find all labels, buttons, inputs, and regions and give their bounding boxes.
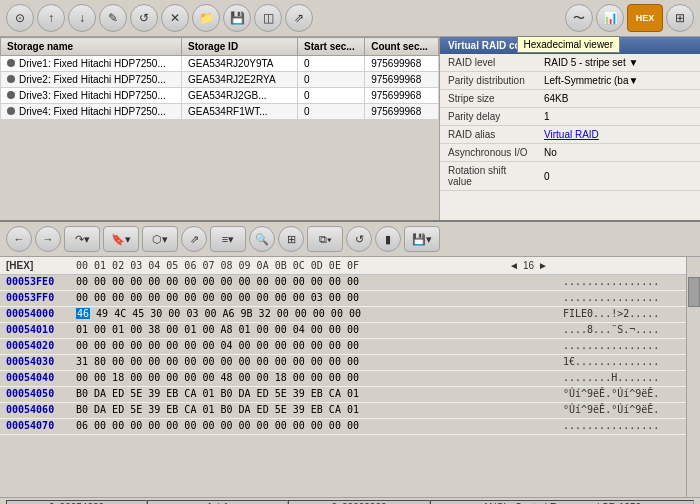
- raid-config-value[interactable]: No: [540, 144, 700, 161]
- drive-id-cell: GEA534RF1WT...: [182, 104, 298, 120]
- hex-scrollbar[interactable]: [686, 257, 700, 497]
- goto-btn[interactable]: ⇗: [181, 226, 207, 252]
- signal-toolbar-btn[interactable]: 〜: [565, 4, 593, 32]
- raid-config-row: Rotation shift value 0: [440, 162, 700, 191]
- hex-toolbar-btn[interactable]: HEX: [627, 4, 663, 32]
- export-toolbar-btn[interactable]: ⇗: [285, 4, 313, 32]
- search-btn[interactable]: 🔍: [249, 226, 275, 252]
- storage-row[interactable]: Drive3: Fixed Hitachi HDP7250... GEA534R…: [1, 88, 439, 104]
- raid-value: 0: [544, 171, 550, 182]
- drive-count-cell: 975699968: [365, 72, 439, 88]
- status-offset: 0x00054000: [6, 500, 147, 504]
- raid-config-label: Asynchronous I/O: [440, 144, 540, 161]
- storage-row[interactable]: Drive4: Fixed Hitachi HDP7250... GEA534R…: [1, 104, 439, 120]
- hex-row-data[interactable]: 00 00 00 00 00 00 00 00 04 00 00 00 00 0…: [72, 339, 556, 354]
- hex-row-addr: 00054000: [0, 307, 72, 322]
- hex-page-nav[interactable]: ◄ 16 ►: [501, 259, 556, 272]
- bookmark-btn[interactable]: 🔖▾: [103, 226, 139, 252]
- refresh-btn[interactable]: ↺: [346, 226, 372, 252]
- hex-data-row[interactable]: 00054070 06 00 00 00 00 00 00 00 00 00 0…: [0, 419, 686, 435]
- col-storage-name[interactable]: Storage name: [1, 38, 182, 56]
- scroll-thumb[interactable]: [688, 277, 700, 307]
- hex-row-addr: 00054010: [0, 323, 72, 338]
- raid-config-value[interactable]: Virtual RAID: [540, 126, 700, 143]
- hex-row-data[interactable]: B0 DA ED 5E 39 EB CA 01 B0 DA ED 5E 39 E…: [72, 403, 556, 418]
- save-toolbar-btn[interactable]: 💾: [223, 4, 251, 32]
- toggle-btn[interactable]: ▮: [375, 226, 401, 252]
- main-toolbar: ⊙ ↑ ↓ ✎ ↺ ✕ 📁 💾 ◫ ⇗ 〜 📊 HEX ⊞ Hexadecima…: [0, 0, 700, 37]
- hex-row-addr: 00054030: [0, 355, 72, 370]
- down-toolbar-btn[interactable]: ↓: [68, 4, 96, 32]
- drive-id-cell: GEA534RJ2E2RYA: [182, 72, 298, 88]
- drive-id-cell: GEA534RJ2GB...: [182, 88, 298, 104]
- hex-row-addr: 00054020: [0, 339, 72, 354]
- raid-config-label: Rotation shift value: [440, 162, 540, 190]
- hex-addr-header: [HEX]: [0, 259, 72, 272]
- hex-row-text: °Úí^9ëÊ.°Úí^9ëÊ.: [556, 403, 686, 418]
- raid-value: 64KB: [544, 93, 568, 104]
- open-toolbar-btn[interactable]: 📁: [192, 4, 220, 32]
- close-toolbar-btn[interactable]: ✕: [161, 4, 189, 32]
- hex-data-row[interactable]: 00054020 00 00 00 00 00 00 00 00 04 00 0…: [0, 339, 686, 355]
- hex-row-data[interactable]: 01 00 01 00 38 00 01 00 A8 01 00 00 04 0…: [72, 323, 556, 338]
- hex-data-row[interactable]: 00054030 31 80 00 00 00 00 00 00 00 00 0…: [0, 355, 686, 371]
- hex-data-row[interactable]: 00053FE0 00 00 00 00 00 00 00 00 00 00 0…: [0, 275, 686, 291]
- hex-data-row[interactable]: 00053FF0 00 00 00 00 00 00 00 00 00 00 0…: [0, 291, 686, 307]
- status-encoding: ANSI - Central European / CP-1250: [430, 500, 694, 504]
- select-btn[interactable]: ⬡▾: [142, 226, 178, 252]
- hex-row-data[interactable]: B0 DA ED 5E 39 EB CA 01 B0 DA ED 5E 39 E…: [72, 387, 556, 402]
- hex-tooltip: Hexadecimal viewer: [517, 36, 620, 53]
- layers-toolbar-btn[interactable]: ◫: [254, 4, 282, 32]
- undo-toolbar-btn[interactable]: ↺: [130, 4, 158, 32]
- up-toolbar-btn[interactable]: ↑: [37, 4, 65, 32]
- selected-byte[interactable]: 46: [76, 308, 90, 319]
- raid-value-link[interactable]: Virtual RAID: [544, 129, 599, 140]
- table-toolbar-btn[interactable]: ⊞: [666, 4, 694, 32]
- hex-row-data[interactable]: 00 00 00 00 00 00 00 00 00 00 00 00 00 0…: [72, 275, 556, 290]
- drive-name-cell: Drive2: Fixed Hitachi HDP7250...: [1, 72, 182, 88]
- hex-row-data[interactable]: 46 49 4C 45 30 00 03 00 A6 9B 32 00 00 0…: [72, 307, 556, 322]
- replay-btn[interactable]: ↷▾: [64, 226, 100, 252]
- drive-start-cell: 0: [298, 104, 365, 120]
- storage-row[interactable]: Drive1: Fixed Hitachi HDP7250... GEA534R…: [1, 56, 439, 72]
- hex-row-data[interactable]: 00 00 18 00 00 00 00 00 48 00 00 18 00 0…: [72, 371, 556, 386]
- hex-text-header: [556, 259, 686, 272]
- raid-value: Left-Symmetric (ba▼: [544, 75, 638, 86]
- hex-row-text: 1€..............: [556, 355, 686, 370]
- back-nav-btn[interactable]: ←: [6, 226, 32, 252]
- hex-row-data[interactable]: 06 00 00 00 00 00 00 00 00 00 00 00 00 0…: [72, 419, 556, 434]
- hex-header: [HEX] 00 01 02 03 04 05 06 07 08 09 0A 0…: [0, 257, 686, 275]
- col-start-sec[interactable]: Start sec...: [298, 38, 365, 56]
- fwd-nav-btn[interactable]: →: [35, 226, 61, 252]
- raid-config-value[interactable]: 64KB: [540, 90, 700, 107]
- col-count-sec[interactable]: Count sec...: [365, 38, 439, 56]
- drive-count-cell: 975699968: [365, 56, 439, 72]
- copy-btn[interactable]: ⧉▾: [307, 226, 343, 252]
- grid-btn[interactable]: ⊞: [278, 226, 304, 252]
- drive-count-cell: 975699968: [365, 88, 439, 104]
- hex-data-row[interactable]: 00054050 B0 DA ED 5E 39 EB CA 01 B0 DA E…: [0, 387, 686, 403]
- edit-toolbar-btn[interactable]: ✎: [99, 4, 127, 32]
- hex-row-addr: 00054070: [0, 419, 72, 434]
- hex-data-row[interactable]: 00054060 B0 DA ED 5E 39 EB CA 01 B0 DA E…: [0, 403, 686, 419]
- hex-row-text: ................: [556, 339, 686, 354]
- storage-row[interactable]: Drive2: Fixed Hitachi HDP7250... GEA534R…: [1, 72, 439, 88]
- status-bar: 0x00054000 [n/a] 0x00000000 ANSI - Centr…: [0, 497, 700, 504]
- raid-config-row: Parity distribution Left-Symmetric (ba▼: [440, 72, 700, 90]
- raid-value: RAID 5 - stripe set ▼: [544, 57, 638, 68]
- hex-data-row[interactable]: 00054040 00 00 18 00 00 00 00 00 48 00 0…: [0, 371, 686, 387]
- hex-content-area: [HEX] 00 01 02 03 04 05 06 07 08 09 0A 0…: [0, 257, 700, 497]
- save2-btn[interactable]: 💾▾: [404, 226, 440, 252]
- hex-data-row[interactable]: 00054010 01 00 01 00 38 00 01 00 A8 01 0…: [0, 323, 686, 339]
- disk-toolbar-btn[interactable]: ⊙: [6, 4, 34, 32]
- col-storage-id[interactable]: Storage ID: [182, 38, 298, 56]
- hex-data-row[interactable]: 00054000 46 49 4C 45 30 00 03 00 A6 9B 3…: [0, 307, 686, 323]
- drive-start-cell: 0: [298, 56, 365, 72]
- raid-config-value: Left-Symmetric (ba▼: [540, 72, 700, 89]
- list-btn[interactable]: ≡▾: [210, 226, 246, 252]
- drive-count-cell: 975699968: [365, 104, 439, 120]
- hex-row-data[interactable]: 31 80 00 00 00 00 00 00 00 00 00 00 00 0…: [72, 355, 556, 370]
- chart-toolbar-btn[interactable]: 📊: [596, 4, 624, 32]
- hex-row-data[interactable]: 00 00 00 00 00 00 00 00 00 00 00 00 00 0…: [72, 291, 556, 306]
- hex-row-text: FILE0...!>2.....: [556, 307, 686, 322]
